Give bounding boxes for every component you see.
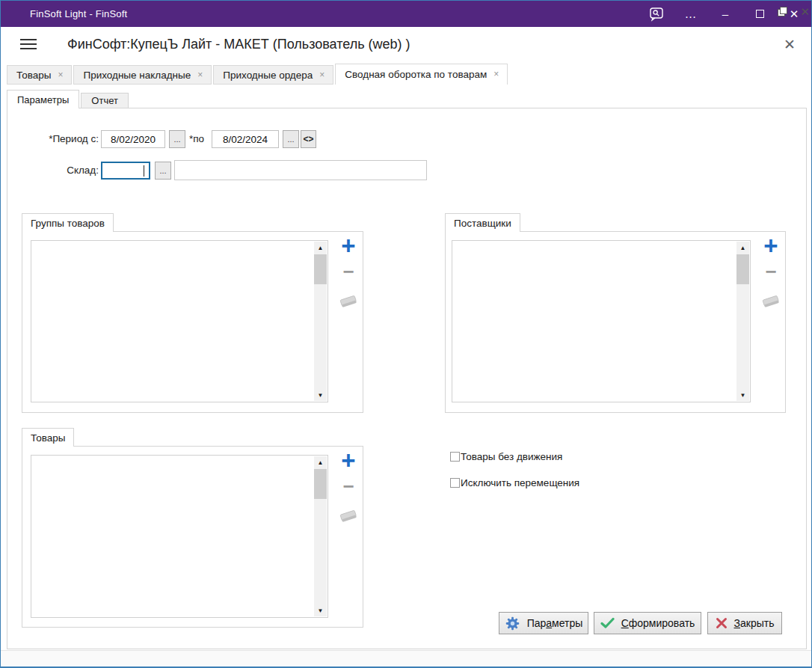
tabbar-tools: ✕ (778, 5, 810, 19)
form-close-icon[interactable]: ✕ (780, 34, 799, 54)
scrollbar[interactable]: ▲ ▼ (736, 242, 749, 401)
checkbox-exclude-transfers[interactable]: Исключить перемещения (450, 477, 579, 488)
maximize-button[interactable] (742, 1, 777, 27)
period-to-label: *по (189, 133, 209, 144)
tab-svodnaya-oborotka[interactable]: Сводная оборотка по товарам × (335, 64, 508, 85)
scroll-up-icon[interactable]: ▲ (314, 242, 327, 254)
remove-icon[interactable]: − (342, 472, 354, 500)
scroll-down-icon[interactable]: ▼ (736, 389, 749, 401)
app-window: FinSoft Light - FinSoft … – ✕ ФинСофт:Ку… (0, 0, 812, 668)
tab-parametry[interactable]: Параметры (7, 90, 79, 108)
product-groups-list[interactable]: ▲ ▼ (31, 240, 328, 402)
period-from-input[interactable] (101, 130, 165, 148)
tab-prihodnye-nakladnye[interactable]: Приходные накладные × (73, 65, 212, 85)
text-caret (144, 165, 144, 177)
tab-close-icon[interactable]: × (319, 70, 325, 80)
period-range-button[interactable]: <> (301, 130, 316, 148)
eraser-icon[interactable] (761, 293, 781, 313)
products-caption: Товары (22, 428, 74, 447)
scrollbar[interactable]: ▲ ▼ (314, 456, 327, 616)
menu-icon[interactable] (20, 39, 37, 49)
window-titlebar: FinSoft Light - FinSoft … – ✕ (1, 1, 811, 27)
report-subtabs: Параметры Отчет (7, 90, 129, 108)
scrollbar[interactable]: ▲ ▼ (314, 242, 327, 401)
parameters-button[interactable]: Параметры (499, 612, 588, 634)
remove-icon[interactable]: − (765, 257, 776, 286)
scroll-down-icon[interactable]: ▼ (314, 604, 327, 616)
suppliers-box: ▲ ▼ + − (445, 231, 786, 413)
tab-prihodnye-ordera[interactable]: Приходные ордера × (213, 65, 333, 85)
products-list[interactable]: ▲ ▼ (31, 455, 328, 618)
tab-tovary[interactable]: Товары × (7, 65, 72, 85)
generate-button[interactable]: Сформировать (594, 612, 701, 634)
tab-close-icon[interactable]: × (197, 70, 203, 80)
red-x-icon (716, 617, 728, 629)
close-button-label: Закрыть (734, 617, 775, 629)
restore-window-icon[interactable] (778, 7, 788, 17)
check-icon (600, 617, 615, 629)
status-strip (1, 650, 811, 667)
remove-icon[interactable]: − (342, 257, 354, 286)
minimize-button[interactable]: – (708, 1, 742, 27)
more-options-icon[interactable]: … (674, 1, 708, 27)
eraser-icon[interactable] (339, 293, 358, 313)
tabbar-close-icon[interactable]: ✕ (800, 5, 810, 19)
parameters-button-label: Параметры (527, 617, 583, 629)
warehouse-code-input[interactable] (101, 162, 150, 180)
scrollbar-thumb[interactable] (736, 254, 749, 284)
add-icon[interactable]: + (763, 235, 778, 257)
window-title: FinSoft Light - FinSoft (30, 8, 127, 19)
suppliers-caption: Поставщики (445, 213, 520, 232)
scrollbar-thumb[interactable] (314, 254, 327, 284)
warehouse-label: Склад: (52, 165, 99, 176)
warehouse-name-field[interactable] (174, 160, 427, 180)
checkbox-icon[interactable] (450, 452, 460, 462)
parameters-panel: *Период с: ... *по ... <> Склад: ... Гру… (7, 108, 807, 649)
period-label: *Период с: (37, 133, 99, 144)
document-tabbar: Товары × Приходные накладные × Приходные… (7, 64, 805, 85)
close-button[interactable]: Закрыть (707, 612, 782, 634)
warehouse-picker-button[interactable]: ... (155, 162, 171, 180)
scrollbar-thumb[interactable] (314, 469, 327, 499)
checkbox-products-no-movement[interactable]: Товары без движения (450, 451, 562, 462)
page-title: ФинСофт:КупецЪ Лайт - МАКЕТ (Пользовател… (67, 37, 410, 52)
add-icon[interactable]: + (341, 235, 355, 257)
feedback-icon[interactable] (639, 1, 674, 27)
maximize-icon (756, 10, 764, 18)
period-from-picker-button[interactable]: ... (169, 130, 185, 148)
checkbox-icon[interactable] (450, 478, 460, 488)
period-to-picker-button[interactable]: ... (283, 130, 299, 148)
tab-otchet[interactable]: Отчет (81, 93, 129, 108)
products-box: ▲ ▼ + − (22, 446, 363, 628)
suppliers-list[interactable]: ▲ ▼ (452, 240, 751, 402)
add-icon[interactable]: + (341, 450, 355, 472)
product-groups-box: ▲ ▼ + − (22, 231, 363, 413)
product-groups-caption: Группы товаров (22, 213, 114, 232)
scroll-down-icon[interactable]: ▼ (314, 389, 327, 401)
tab-close-icon[interactable]: × (493, 69, 499, 79)
eraser-icon[interactable] (339, 508, 358, 527)
scroll-up-icon[interactable]: ▲ (314, 456, 327, 468)
scroll-up-icon[interactable]: ▲ (736, 242, 749, 254)
app-header: ФинСофт:КупецЪ Лайт - МАКЕТ (Пользовател… (1, 27, 811, 61)
generate-button-label: Сформировать (621, 617, 695, 629)
tab-close-icon[interactable]: × (57, 70, 64, 80)
gear-icon (505, 616, 520, 631)
period-to-input[interactable] (212, 130, 279, 148)
